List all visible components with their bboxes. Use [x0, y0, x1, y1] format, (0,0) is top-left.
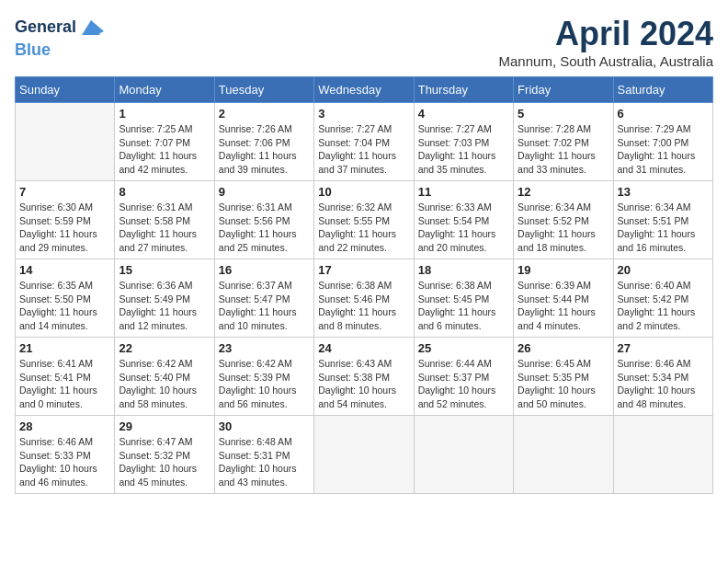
week-row-1: 1Sunrise: 7:25 AMSunset: 7:07 PMDaylight…	[16, 103, 713, 181]
day-info: Sunrise: 6:32 AMSunset: 5:55 PMDaylight:…	[318, 201, 409, 255]
calendar-cell	[414, 416, 513, 494]
day-info: Sunrise: 6:34 AMSunset: 5:51 PMDaylight:…	[618, 201, 709, 255]
day-number: 27	[618, 341, 709, 355]
day-info: Sunrise: 6:33 AMSunset: 5:54 PMDaylight:…	[418, 201, 509, 255]
week-row-5: 28Sunrise: 6:46 AMSunset: 5:33 PMDayligh…	[16, 416, 713, 494]
day-info: Sunrise: 6:42 AMSunset: 5:40 PMDaylight:…	[119, 357, 210, 411]
day-info: Sunrise: 6:35 AMSunset: 5:50 PMDaylight:…	[19, 279, 110, 333]
calendar-cell: 14Sunrise: 6:35 AMSunset: 5:50 PMDayligh…	[16, 259, 115, 338]
day-info: Sunrise: 6:37 AMSunset: 5:47 PMDaylight:…	[219, 279, 310, 333]
calendar-cell: 9Sunrise: 6:31 AMSunset: 5:56 PMDaylight…	[214, 181, 313, 259]
calendar-cell: 8Sunrise: 6:31 AMSunset: 5:58 PMDaylight…	[115, 181, 214, 259]
calendar-cell: 4Sunrise: 7:27 AMSunset: 7:03 PMDaylight…	[414, 103, 513, 181]
calendar-cell: 18Sunrise: 6:38 AMSunset: 5:45 PMDayligh…	[414, 259, 513, 338]
month-title: April 2024	[499, 15, 713, 53]
day-info: Sunrise: 7:25 AMSunset: 7:07 PMDaylight:…	[119, 122, 210, 177]
calendar-cell: 11Sunrise: 6:33 AMSunset: 5:54 PMDayligh…	[414, 181, 513, 259]
day-header-sunday: Sunday	[16, 77, 115, 103]
day-header-saturday: Saturday	[613, 77, 712, 103]
day-info: Sunrise: 6:46 AMSunset: 5:33 PMDaylight:…	[19, 435, 110, 489]
page-header: GeneralBlue April 2024 Mannum, South Aus…	[15, 15, 713, 69]
calendar-cell: 26Sunrise: 6:45 AMSunset: 5:35 PMDayligh…	[514, 338, 613, 416]
calendar-cell: 5Sunrise: 7:28 AMSunset: 7:02 PMDaylight…	[514, 103, 613, 181]
calendar-cell: 27Sunrise: 6:46 AMSunset: 5:34 PMDayligh…	[613, 338, 712, 416]
day-header-tuesday: Tuesday	[214, 77, 313, 103]
day-number: 22	[119, 341, 210, 355]
day-header-wednesday: Wednesday	[314, 77, 414, 103]
day-info: Sunrise: 6:38 AMSunset: 5:46 PMDaylight:…	[318, 279, 409, 333]
day-info: Sunrise: 6:34 AMSunset: 5:52 PMDaylight:…	[518, 201, 609, 255]
day-info: Sunrise: 7:27 AMSunset: 7:03 PMDaylight:…	[418, 122, 509, 177]
day-info: Sunrise: 7:27 AMSunset: 7:04 PMDaylight:…	[318, 122, 409, 177]
logo: GeneralBlue	[15, 15, 104, 61]
calendar-cell: 28Sunrise: 6:46 AMSunset: 5:33 PMDayligh…	[16, 416, 115, 494]
calendar-cell: 23Sunrise: 6:42 AMSunset: 5:39 PMDayligh…	[214, 338, 313, 416]
day-info: Sunrise: 6:40 AMSunset: 5:42 PMDaylight:…	[618, 279, 709, 333]
day-number: 24	[318, 341, 409, 355]
day-info: Sunrise: 7:29 AMSunset: 7:00 PMDaylight:…	[618, 122, 709, 177]
day-info: Sunrise: 6:44 AMSunset: 5:37 PMDaylight:…	[418, 357, 509, 411]
day-info: Sunrise: 6:41 AMSunset: 5:41 PMDaylight:…	[19, 357, 110, 411]
day-info: Sunrise: 6:31 AMSunset: 5:58 PMDaylight:…	[119, 201, 210, 255]
location-subtitle: Mannum, South Australia, Australia	[499, 53, 713, 69]
day-info: Sunrise: 6:42 AMSunset: 5:39 PMDaylight:…	[219, 357, 310, 411]
calendar-cell: 3Sunrise: 7:27 AMSunset: 7:04 PMDaylight…	[314, 103, 414, 181]
day-info: Sunrise: 6:39 AMSunset: 5:44 PMDaylight:…	[518, 279, 609, 333]
day-header-monday: Monday	[115, 77, 214, 103]
calendar-cell: 19Sunrise: 6:39 AMSunset: 5:44 PMDayligh…	[514, 259, 613, 338]
calendar-cell: 21Sunrise: 6:41 AMSunset: 5:41 PMDayligh…	[16, 338, 115, 416]
title-area: April 2024 Mannum, South Australia, Aust…	[499, 15, 713, 69]
calendar-header: SundayMondayTuesdayWednesdayThursdayFrid…	[16, 77, 713, 103]
calendar-cell: 2Sunrise: 7:26 AMSunset: 7:06 PMDaylight…	[214, 103, 313, 181]
day-number: 4	[418, 107, 509, 121]
calendar-cell	[314, 416, 414, 494]
calendar-cell: 12Sunrise: 6:34 AMSunset: 5:52 PMDayligh…	[514, 181, 613, 259]
calendar-body: 1Sunrise: 7:25 AMSunset: 7:07 PMDaylight…	[16, 103, 713, 494]
day-info: Sunrise: 6:30 AMSunset: 5:59 PMDaylight:…	[19, 201, 110, 255]
calendar-cell: 13Sunrise: 6:34 AMSunset: 5:51 PMDayligh…	[613, 181, 712, 259]
day-info: Sunrise: 7:26 AMSunset: 7:06 PMDaylight:…	[219, 122, 310, 177]
day-header-friday: Friday	[514, 77, 613, 103]
day-number: 20	[618, 263, 709, 277]
calendar-cell: 10Sunrise: 6:32 AMSunset: 5:55 PMDayligh…	[314, 181, 414, 259]
calendar-cell: 15Sunrise: 6:36 AMSunset: 5:49 PMDayligh…	[115, 259, 214, 338]
calendar-table: SundayMondayTuesdayWednesdayThursdayFrid…	[15, 76, 713, 494]
day-number: 9	[219, 185, 310, 199]
calendar-cell: 1Sunrise: 7:25 AMSunset: 7:07 PMDaylight…	[115, 103, 214, 181]
day-number: 14	[19, 263, 110, 277]
week-row-3: 14Sunrise: 6:35 AMSunset: 5:50 PMDayligh…	[16, 259, 713, 338]
day-number: 28	[19, 419, 110, 433]
day-info: Sunrise: 6:43 AMSunset: 5:38 PMDaylight:…	[318, 357, 409, 411]
week-row-4: 21Sunrise: 6:41 AMSunset: 5:41 PMDayligh…	[16, 338, 713, 416]
calendar-cell	[16, 103, 115, 181]
day-number: 16	[219, 263, 310, 277]
calendar-cell: 29Sunrise: 6:47 AMSunset: 5:32 PMDayligh…	[115, 416, 214, 494]
day-number: 25	[418, 341, 509, 355]
day-info: Sunrise: 6:48 AMSunset: 5:31 PMDaylight:…	[219, 435, 310, 489]
calendar-cell: 24Sunrise: 6:43 AMSunset: 5:38 PMDayligh…	[314, 338, 414, 416]
day-number: 17	[318, 263, 409, 277]
days-header-row: SundayMondayTuesdayWednesdayThursdayFrid…	[16, 77, 713, 103]
day-number: 2	[219, 107, 310, 121]
day-info: Sunrise: 6:47 AMSunset: 5:32 PMDaylight:…	[119, 435, 210, 489]
calendar-cell	[613, 416, 712, 494]
calendar-cell: 20Sunrise: 6:40 AMSunset: 5:42 PMDayligh…	[613, 259, 712, 338]
day-info: Sunrise: 6:45 AMSunset: 5:35 PMDaylight:…	[518, 357, 609, 411]
day-number: 23	[219, 341, 310, 355]
day-number: 15	[119, 263, 210, 277]
calendar-cell: 7Sunrise: 6:30 AMSunset: 5:59 PMDaylight…	[16, 181, 115, 259]
day-number: 12	[518, 185, 609, 199]
calendar-cell: 16Sunrise: 6:37 AMSunset: 5:47 PMDayligh…	[214, 259, 313, 338]
day-header-thursday: Thursday	[414, 77, 513, 103]
day-info: Sunrise: 6:31 AMSunset: 5:56 PMDaylight:…	[219, 201, 310, 255]
day-number: 19	[518, 263, 609, 277]
calendar-cell: 25Sunrise: 6:44 AMSunset: 5:37 PMDayligh…	[414, 338, 513, 416]
day-number: 5	[518, 107, 609, 121]
calendar-cell	[514, 416, 613, 494]
day-info: Sunrise: 6:36 AMSunset: 5:49 PMDaylight:…	[119, 279, 210, 333]
day-number: 13	[618, 185, 709, 199]
week-row-2: 7Sunrise: 6:30 AMSunset: 5:59 PMDaylight…	[16, 181, 713, 259]
day-number: 3	[318, 107, 409, 121]
day-info: Sunrise: 6:46 AMSunset: 5:34 PMDaylight:…	[618, 357, 709, 411]
day-number: 29	[119, 419, 210, 433]
